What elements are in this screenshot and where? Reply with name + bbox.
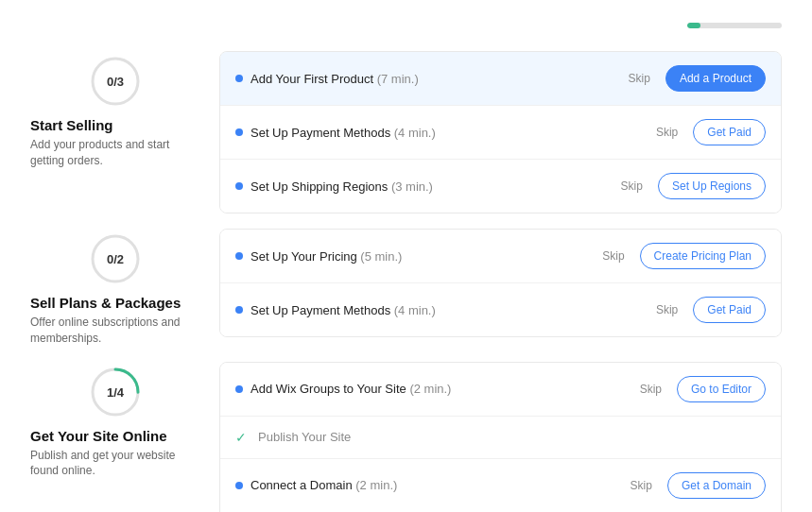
action-button-setup-payment-methods-1[interactable]: Get Paid <box>693 119 766 145</box>
task-name-setup-payment-methods-1: Set Up Payment Methods (4 min.) <box>251 126 643 140</box>
section-title-sell-plans: Sell Plans & Packages <box>30 295 200 311</box>
task-name-connect-domain: Connect a Domain (2 min.) <box>251 478 617 492</box>
skip-button-setup-shipping[interactable]: Skip <box>615 176 648 196</box>
task-check-publish-site: ✓ <box>235 430 251 445</box>
skip-button-setup-payment-methods-2[interactable]: Skip <box>650 299 683 320</box>
task-bullet-setup-payment-methods-1 <box>235 128 243 136</box>
task-name-setup-pricing: Set Up Your Pricing (5 min.) <box>251 249 589 264</box>
action-button-setup-shipping[interactable]: Set Up Regions <box>658 173 766 199</box>
progress-bar-fill <box>687 23 700 28</box>
task-actions-connect-domain: Skip Get a Domain <box>625 472 766 499</box>
section-info-start-selling: Start Selling Add your products and star… <box>30 117 200 169</box>
task-row-connect-domain: Connect a Domain (2 min.) Skip Get a Dom… <box>220 459 781 512</box>
action-button-connect-domain[interactable]: Get a Domain <box>667 472 766 499</box>
section-left-get-site-online: 1/4 Get Your Site Online Publish and get… <box>30 362 200 480</box>
task-actions-setup-payment-methods-2: Skip Get Paid <box>650 297 766 323</box>
task-bullet-setup-shipping <box>235 182 243 190</box>
task-row-setup-pricing: Set Up Your Pricing (5 min.) Skip Create… <box>220 230 781 283</box>
sections-container: 0/3 Start Selling Add your products and … <box>30 51 782 512</box>
skip-button-setup-pricing[interactable]: Skip <box>596 246 630 266</box>
action-button-setup-payment-methods-2[interactable]: Get Paid <box>693 297 766 323</box>
section-left-start-selling: 0/3 Start Selling Add your products and … <box>30 51 200 169</box>
task-actions-setup-shipping: Skip Set Up Regions <box>615 173 766 199</box>
skip-button-setup-payment-methods-1[interactable]: Skip <box>650 122 683 143</box>
skip-button-connect-domain[interactable]: Skip <box>625 475 658 496</box>
task-actions-add-first-product: Skip Add a Product <box>623 65 766 92</box>
task-row-setup-shipping: Set Up Shipping Regions (3 min.) Skip Se… <box>220 160 781 213</box>
task-bullet-add-first-product <box>235 75 243 82</box>
task-name-add-first-product: Add Your First Product (7 min.) <box>251 72 615 86</box>
action-button-add-wix-groups[interactable]: Go to Editor <box>677 376 766 402</box>
section-start-selling: 0/3 Start Selling Add your products and … <box>30 51 782 213</box>
task-bullet-add-wix-groups <box>235 385 243 393</box>
circle-progress-get-site-online: 1/4 <box>89 366 142 418</box>
task-name-publish-site: Publish Your Site <box>258 430 766 444</box>
task-row-setup-payment-methods-1: Set Up Payment Methods (4 min.) Skip Get… <box>220 106 781 160</box>
skip-button-add-first-product[interactable]: Skip <box>623 68 656 89</box>
section-desc-start-selling: Add your products and start getting orde… <box>30 137 200 169</box>
section-info-sell-plans: Sell Plans & Packages Offer online subsc… <box>30 295 200 347</box>
circle-progress-start-selling: 0/3 <box>89 55 142 108</box>
task-name-add-wix-groups: Add Wix Groups to Your Site (2 min.) <box>251 382 627 396</box>
tasks-start-selling: Add Your First Product (7 min.) Skip Add… <box>219 51 782 213</box>
action-button-setup-pricing[interactable]: Create Pricing Plan <box>640 243 766 269</box>
task-row-setup-payment-methods-2: Set Up Payment Methods (4 min.) Skip Get… <box>220 283 781 336</box>
task-bullet-setup-payment-methods-2 <box>235 306 243 314</box>
task-actions-add-wix-groups: Skip Go to Editor <box>634 376 766 402</box>
section-title-get-site-online: Get Your Site Online <box>30 428 200 444</box>
skip-button-add-wix-groups[interactable]: Skip <box>634 379 667 400</box>
circle-progress-sell-plans: 0/2 <box>89 232 142 285</box>
progress-label-start-selling: 0/3 <box>107 75 124 89</box>
task-name-setup-payment-methods-2: Set Up Payment Methods (4 min.) <box>251 303 643 317</box>
task-row-publish-site: ✓ Publish Your Site <box>220 417 781 459</box>
progress-label-sell-plans: 0/2 <box>107 252 124 266</box>
tasks-get-site-online: Add Wix Groups to Your Site (2 min.) Ski… <box>219 362 782 512</box>
task-bullet-connect-domain <box>235 482 243 489</box>
task-name-setup-shipping: Set Up Shipping Regions (3 min.) <box>251 179 608 194</box>
section-desc-sell-plans: Offer online subscriptions and membershi… <box>30 315 200 347</box>
task-bullet-setup-pricing <box>235 252 243 260</box>
task-row-add-first-product: Add Your First Product (7 min.) Skip Add… <box>220 52 781 106</box>
section-left-sell-plans: 0/2 Sell Plans & Packages Offer online s… <box>30 229 200 347</box>
task-row-add-wix-groups: Add Wix Groups to Your Site (2 min.) Ski… <box>220 363 781 417</box>
progress-bar <box>687 23 782 28</box>
action-button-add-first-product[interactable]: Add a Product <box>665 65 766 92</box>
steps-indicator <box>678 23 782 28</box>
task-actions-setup-payment-methods-1: Skip Get Paid <box>650 119 766 145</box>
progress-label-get-site-online: 1/4 <box>107 384 124 399</box>
section-info-get-site-online: Get Your Site Online Publish and get you… <box>30 428 200 480</box>
task-actions-setup-pricing: Skip Create Pricing Plan <box>596 243 766 269</box>
tasks-sell-plans: Set Up Your Pricing (5 min.) Skip Create… <box>219 229 782 337</box>
section-title-start-selling: Start Selling <box>30 117 200 133</box>
section-get-site-online: 1/4 Get Your Site Online Publish and get… <box>30 362 782 512</box>
section-desc-get-site-online: Publish and get your website found onlin… <box>30 448 200 480</box>
section-sell-plans: 0/2 Sell Plans & Packages Offer online s… <box>30 229 782 347</box>
